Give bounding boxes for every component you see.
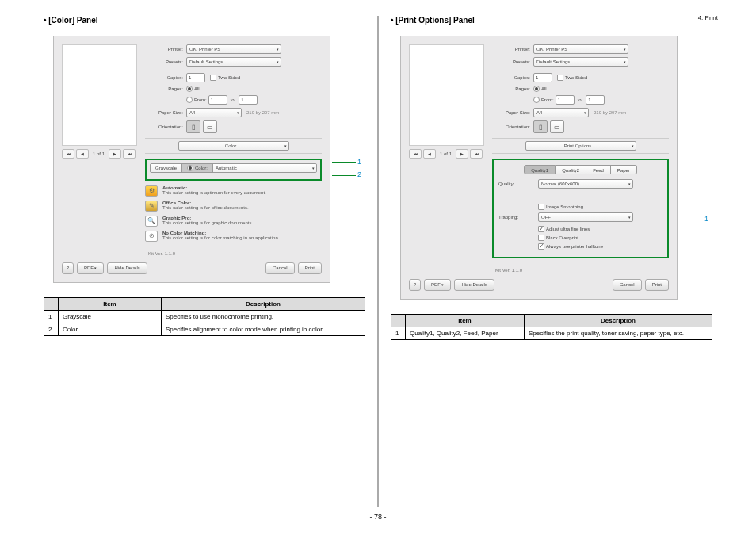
nav-next-button[interactable]: ▶ (109, 149, 121, 159)
trapping-select[interactable]: OFF (538, 212, 633, 222)
black-overprint-checkbox[interactable] (538, 235, 544, 241)
callout-2: 2 (357, 170, 361, 178)
table-header-item: Item (59, 298, 162, 311)
pages-to-label: to: (227, 97, 239, 102)
paper-tab[interactable]: Paper (611, 165, 637, 174)
copies-label: Copies: (492, 75, 533, 80)
orientation-label: Orientation: (492, 124, 533, 129)
nav-next-button[interactable]: ▶ (456, 149, 468, 159)
column-divider (377, 16, 379, 507)
pages-all-label: All (194, 86, 200, 91)
pages-from-label: From: (541, 97, 554, 102)
orientation-landscape-button[interactable]: ▭ (203, 120, 217, 133)
paper-size-select[interactable]: A4 (533, 108, 589, 117)
paper-size-label: Paper Size: (145, 110, 186, 115)
printer-select[interactable]: OKI Printer PS (533, 44, 628, 54)
table-header-blank (44, 298, 59, 311)
table-header-description: Description (162, 298, 365, 311)
hide-details-button[interactable]: Hide Details (107, 262, 147, 274)
two-sided-label: Two-Sided (218, 75, 240, 80)
page-preview (62, 44, 137, 146)
image-smoothing-checkbox[interactable] (538, 204, 544, 210)
nav-last-button[interactable]: ⏭ (123, 149, 136, 159)
panel-select[interactable]: Print Options (525, 141, 636, 151)
right-section-title: [Print Options] Panel (391, 16, 712, 25)
printer-label: Printer: (492, 47, 533, 52)
nav-first-button[interactable]: ⏮ (62, 149, 74, 159)
feed-tab[interactable]: Feed (586, 165, 611, 174)
pages-from-radio[interactable] (186, 97, 193, 103)
presets-select[interactable]: Default Settings (186, 57, 281, 67)
nav-prev-button[interactable]: ◀ (423, 149, 436, 159)
graphic-pro-icon: 🔍 (145, 216, 158, 227)
no-color-matching-desc: This color setting is for color matching… (162, 235, 279, 240)
orientation-landscape-button[interactable]: ▭ (550, 120, 564, 133)
print-options-dialog: ⏮ ◀ 1 of 1 ▶ ⏭ Printer:OKI Printer PS Pr… (400, 36, 678, 300)
graphic-pro-desc: This color setting is for graphic docume… (162, 220, 253, 225)
print-button[interactable]: Print (645, 279, 669, 291)
pages-label: Pages: (492, 86, 533, 91)
pages-from-radio[interactable] (533, 97, 540, 103)
nav-last-button[interactable]: ⏭ (470, 149, 483, 159)
two-sided-label: Two-Sided (565, 75, 587, 80)
use-printer-halftone-label: Always use printer halftone (546, 244, 603, 249)
nav-first-button[interactable]: ⏮ (409, 149, 422, 159)
paper-size-select[interactable]: A4 (186, 108, 242, 117)
print-button[interactable]: Print (298, 262, 322, 274)
printer-label: Printer: (145, 47, 186, 52)
presets-label: Presets: (492, 59, 533, 64)
color-mode-select[interactable]: Automatic (213, 164, 316, 173)
pages-to-input[interactable]: 1 (586, 95, 605, 105)
print-options-tabs: Quality1 Quality2 Feed Paper (498, 165, 662, 174)
nav-page-text: 1 of 1 (437, 151, 454, 156)
pages-to-label: to: (575, 97, 586, 102)
kit-version: Kit Ver. 1.1.0 (492, 268, 669, 273)
adjust-fine-lines-checkbox[interactable] (538, 226, 544, 232)
paper-size-label: Paper Size: (492, 110, 533, 115)
panel-select[interactable]: Color (178, 141, 289, 151)
right-column: [Print Options] Panel ⏮ ◀ 1 of 1 ▶ ⏭ (383, 16, 720, 507)
left-section-title: [Color] Panel (44, 16, 365, 25)
color-tab[interactable]: Color: (182, 164, 213, 172)
help-button[interactable]: ? (62, 262, 74, 274)
automatic-icon: ⚙ (145, 185, 158, 197)
cancel-button[interactable]: Cancel (613, 279, 642, 291)
office-color-desc: This color setting is for office documen… (162, 205, 249, 210)
pages-all-radio[interactable] (533, 86, 540, 92)
paper-dimensions: 210 by 297 mm (594, 110, 626, 115)
table-header-blank (391, 315, 406, 327)
copies-input[interactable]: 1 (533, 73, 552, 82)
pages-to-input[interactable]: 1 (239, 95, 258, 105)
callout-1: 1 (357, 158, 361, 166)
pages-all-radio[interactable] (186, 86, 193, 92)
quality-label: Quality: (498, 182, 538, 186)
orientation-portrait-button[interactable]: ▯ (186, 120, 200, 133)
quality1-tab[interactable]: Quality1 (524, 165, 556, 174)
grayscale-tab[interactable]: Grayscale (151, 164, 182, 172)
two-sided-checkbox[interactable] (557, 75, 563, 81)
hide-details-button[interactable]: Hide Details (454, 279, 494, 291)
kit-version: Kit Ver. 1.1.0 (145, 251, 322, 256)
left-column: [Color] Panel ⏮ ◀ 1 of 1 ▶ ⏭ (36, 16, 373, 507)
trapping-label: Trapping: (498, 215, 538, 220)
pages-from-input[interactable]: 1 (208, 95, 227, 105)
nav-prev-button[interactable]: ◀ (76, 149, 89, 159)
two-sided-checkbox[interactable] (210, 75, 216, 81)
use-printer-halftone-checkbox[interactable] (538, 243, 544, 250)
help-button[interactable]: ? (409, 279, 421, 291)
copies-input[interactable]: 1 (186, 73, 205, 82)
printer-select[interactable]: OKI Printer PS (186, 44, 281, 54)
print-options-highlight: Quality1 Quality2 Feed Paper Quality:Nor… (492, 159, 669, 258)
black-overprint-label: Black Overprint (546, 235, 578, 240)
orientation-portrait-button[interactable]: ▯ (533, 120, 548, 133)
pages-from-input[interactable]: 1 (556, 95, 575, 105)
quality-select[interactable]: Normal (600x600) (538, 179, 633, 189)
pdf-button[interactable]: PDF (77, 262, 104, 274)
quality2-tab[interactable]: Quality2 (556, 165, 586, 174)
color-panel-highlight: Grayscale Color: Automatic (145, 159, 322, 181)
presets-select[interactable]: Default Settings (533, 57, 628, 67)
pdf-button[interactable]: PDF (424, 279, 451, 291)
preview-nav: ⏮ ◀ 1 of 1 ▶ ⏭ (62, 149, 137, 159)
cancel-button[interactable]: Cancel (265, 262, 295, 274)
table-header-description: Description (525, 315, 712, 327)
